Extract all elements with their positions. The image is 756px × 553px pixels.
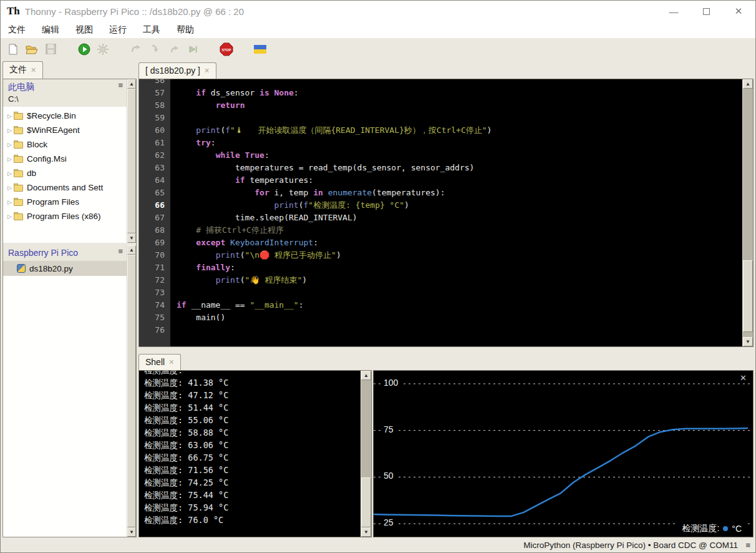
scroll-up-icon[interactable]: ▲ (127, 245, 136, 255)
shell-scrollbar[interactable]: ▲ ▼ (361, 371, 371, 537)
menu-view[interactable]: 视图 (75, 24, 93, 36)
status-menu-icon[interactable]: ≡ (745, 541, 750, 550)
tab-files[interactable]: 文件 ✕ (2, 61, 43, 79)
scroll-down-icon[interactable]: ▼ (127, 527, 136, 537)
expand-icon[interactable]: ▷ (6, 127, 14, 134)
expand-icon[interactable]: ▷ (6, 113, 14, 119)
code-line: print(f"检测温度: {temp} °C") (177, 199, 742, 212)
tab-editor-ds18b20[interactable]: [ ds18b20.py ] ✕ (138, 62, 216, 79)
shell-tab-close-icon[interactable]: ✕ (168, 358, 174, 366)
tree-item[interactable]: ▷Config.Msi (3, 152, 127, 166)
scroll-up-icon[interactable]: ▲ (361, 371, 371, 380)
device-file-row[interactable]: ds18b20.py (3, 261, 127, 276)
shell-output-line: 检测温度: 51.44 °C (144, 401, 361, 414)
thonny-app-icon: Th (7, 5, 20, 17)
editor-tab-close-icon[interactable]: ✕ (204, 67, 210, 75)
expand-icon[interactable]: ▷ (6, 142, 14, 148)
stop-restart-icon[interactable]: STOP (219, 42, 234, 57)
editor-scrollbar[interactable]: ▲ ▼ (742, 79, 753, 346)
toolbar: STOP (1, 38, 755, 60)
code-line: return (177, 99, 742, 112)
scroll-thumb[interactable] (361, 477, 371, 527)
editor-tab-label: [ ds18b20.py ] (145, 66, 200, 76)
code-line: if ds_sensor is None: (177, 87, 742, 99)
minimize-icon[interactable]: — (668, 6, 679, 17)
menu-tools[interactable]: 工具 (143, 24, 160, 36)
line-number: 61 (139, 137, 170, 149)
scroll-down-icon[interactable]: ▼ (127, 233, 136, 243)
shell-output-line: 检测温度: 58.88 °C (144, 426, 361, 439)
code-line: for i, temp in enumerate(temperatures): (177, 187, 742, 199)
local-files-header: 此电脑 C:\ ≡ (3, 79, 127, 107)
menu-edit[interactable]: 编辑 (42, 24, 59, 36)
expand-icon[interactable]: ▷ (6, 199, 14, 205)
plot-legend: 检测温度: °C (678, 523, 745, 534)
step-out-icon[interactable] (167, 42, 182, 57)
shell-terminal[interactable]: 检测温度:检测温度: 41.38 °C检测温度: 47.12 °C检测温度: 5… (138, 370, 372, 537)
step-over-icon[interactable] (129, 42, 144, 57)
scroll-thumb[interactable] (743, 260, 753, 332)
scroll-down-icon[interactable]: ▼ (361, 527, 371, 537)
line-number: 71 (139, 262, 170, 274)
open-file-icon[interactable] (24, 42, 39, 57)
scroll-up-icon[interactable]: ▲ (127, 79, 136, 89)
local-files-menu-icon[interactable]: ≡ (118, 82, 123, 89)
tree-item-label: Program Files (27, 197, 79, 207)
ukraine-flag-icon[interactable] (253, 42, 268, 57)
tree-item[interactable]: ▷Block (3, 137, 127, 152)
shell-output-line: 检测温度: 75.44 °C (144, 489, 361, 501)
code-editor[interactable]: 5657585960616263646566676869707172737475… (138, 79, 754, 347)
interpreter-status-label[interactable]: MicroPython (Raspberry Pi Pico) • Board … (523, 541, 738, 550)
expand-icon[interactable]: ▷ (6, 213, 14, 220)
tab-files-close-icon[interactable]: ✕ (31, 66, 36, 74)
code-line (177, 324, 742, 336)
editor-code-area[interactable]: if ds_sensor is None: return print(f"🌡 开… (170, 79, 742, 346)
new-file-icon[interactable] (6, 42, 21, 57)
plotter-close-icon[interactable]: ✕ (740, 373, 747, 383)
code-line: while True: (177, 149, 742, 162)
menu-file[interactable]: 文件 (8, 24, 26, 36)
close-icon[interactable]: ✕ (733, 6, 744, 17)
line-number: 69 (139, 237, 170, 249)
folder-icon (14, 112, 24, 120)
step-into-icon[interactable] (148, 42, 163, 57)
scroll-up-icon[interactable]: ▲ (743, 79, 753, 89)
y-axis-tick-label: 25 (382, 517, 396, 527)
tree-item[interactable]: ▷$WinREAgent (3, 123, 127, 137)
save-file-icon[interactable] (43, 42, 58, 57)
shell-output-line: 检测温度: 66.75 °C (144, 451, 361, 464)
legend-series-label: 检测温度: (682, 523, 719, 534)
python-file-icon (17, 264, 26, 273)
line-number: 76 (139, 324, 170, 336)
tree-item[interactable]: ▷Program Files (3, 195, 127, 209)
run-script-icon[interactable] (77, 42, 92, 57)
line-number: 62 (139, 149, 170, 162)
scroll-down-icon[interactable]: ▼ (743, 337, 753, 346)
resume-icon[interactable] (185, 42, 200, 57)
legend-dot-icon (723, 526, 728, 531)
device-label: Raspberry Pi Pico (8, 248, 123, 258)
maximize-icon[interactable] (700, 6, 712, 17)
device-files-menu-icon[interactable]: ≡ (118, 248, 123, 255)
files-scrollbar[interactable]: ▲ ▼ (127, 79, 136, 243)
scroll-thumb[interactable] (127, 255, 136, 527)
line-number: 56 (139, 79, 170, 87)
device-files-scrollbar[interactable]: ▲ ▼ (127, 245, 136, 537)
tree-item[interactable]: ▷db (3, 166, 127, 180)
scroll-thumb[interactable] (127, 89, 136, 233)
expand-icon[interactable]: ▷ (6, 185, 14, 191)
expand-icon[interactable]: ▷ (6, 156, 14, 162)
menu-help[interactable]: 帮助 (177, 24, 194, 36)
code-line: if temperatures: (177, 174, 742, 187)
shell-output-line: 检测温度: 74.25 °C (144, 476, 361, 489)
tree-item[interactable]: ▷$Recycle.Bin (3, 109, 127, 123)
menu-run[interactable]: 运行 (109, 24, 127, 36)
code-line (177, 286, 742, 299)
expand-icon[interactable]: ▷ (6, 170, 14, 177)
y-axis-tick-label: 50 (382, 471, 396, 481)
folder-icon (14, 169, 24, 177)
tab-shell[interactable]: Shell ✕ (138, 354, 181, 370)
tree-item[interactable]: ▷Documents and Sett (3, 180, 127, 195)
debug-script-icon[interactable] (95, 42, 110, 57)
tree-item[interactable]: ▷Program Files (x86) (3, 209, 127, 223)
